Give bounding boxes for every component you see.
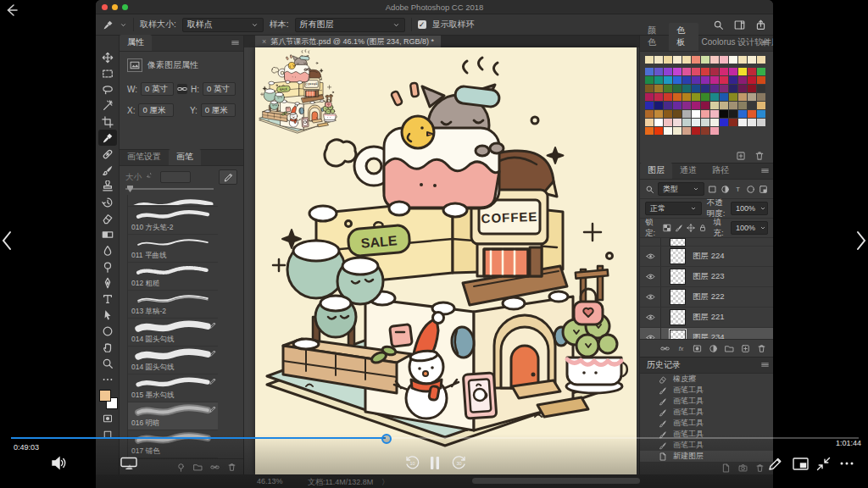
show-ring-checkbox[interactable]: ✓ xyxy=(418,20,426,29)
swatch[interactable] xyxy=(738,68,747,75)
forward-30-icon[interactable]: 30 xyxy=(451,455,467,471)
snapshot-camera-icon[interactable] xyxy=(738,463,748,473)
swatch[interactable] xyxy=(710,119,719,126)
x-field[interactable]: 0 厘米 xyxy=(138,103,173,117)
pen-pressure-icon[interactable] xyxy=(219,169,237,185)
new-group-icon[interactable] xyxy=(725,344,734,353)
filter-smart-icon[interactable] xyxy=(759,185,768,194)
move-tool[interactable] xyxy=(98,49,117,65)
swatch[interactable] xyxy=(720,93,728,101)
width-field[interactable]: 0 英寸 xyxy=(141,82,174,96)
marquee-tool[interactable] xyxy=(98,65,117,81)
swatch[interactable] xyxy=(729,68,737,75)
brush-item[interactable]: 017 铺色 xyxy=(128,430,218,458)
swatch[interactable] xyxy=(692,93,700,101)
panel-menu-icon[interactable] xyxy=(760,38,770,47)
swatch[interactable] xyxy=(701,110,709,118)
tab-brush-settings[interactable]: 画笔设置 xyxy=(120,149,169,165)
swatch[interactable] xyxy=(738,85,747,92)
swatch[interactable] xyxy=(729,85,737,92)
lasso-tool[interactable] xyxy=(98,81,117,97)
swatch[interactable] xyxy=(645,56,654,64)
swatch[interactable] xyxy=(673,85,682,92)
swatch[interactable] xyxy=(692,56,700,64)
back-arrow-icon[interactable] xyxy=(5,3,19,20)
swatch[interactable] xyxy=(738,119,747,126)
swatch[interactable] xyxy=(757,85,765,92)
swatch[interactable] xyxy=(673,68,682,75)
trash-icon[interactable] xyxy=(754,151,765,161)
swatch[interactable] xyxy=(692,68,700,75)
panel-menu-icon[interactable] xyxy=(760,166,770,175)
swatch[interactable] xyxy=(664,110,672,118)
workspace-icon[interactable] xyxy=(734,19,745,30)
delete-layer-icon[interactable] xyxy=(757,344,766,353)
swatch[interactable] xyxy=(701,85,709,92)
history-step[interactable]: 画笔工具 xyxy=(640,396,773,407)
swatch[interactable] xyxy=(729,56,737,64)
mini-player-icon[interactable] xyxy=(793,458,809,470)
swatch[interactable] xyxy=(757,93,765,101)
pen-tool[interactable] xyxy=(98,274,117,291)
previous-video-icon[interactable] xyxy=(1,230,13,254)
swatch[interactable] xyxy=(710,68,719,75)
eraser-tool[interactable] xyxy=(98,210,117,226)
tab-channels[interactable]: 通道 xyxy=(672,163,704,179)
visibility-eye-icon[interactable] xyxy=(640,328,661,339)
swatch[interactable] xyxy=(748,102,756,109)
tab-layers[interactable]: 图层 xyxy=(640,163,672,179)
eyedropper-tool[interactable] xyxy=(98,130,117,146)
zoom-level[interactable]: 46.13% xyxy=(257,477,283,485)
panel-menu-icon[interactable] xyxy=(231,38,240,47)
blend-mode-dropdown[interactable]: 正常 xyxy=(645,202,702,215)
blur-tool[interactable] xyxy=(98,242,117,258)
history-brush-tool[interactable] xyxy=(98,194,117,210)
y-field[interactable]: 0 厘米 xyxy=(201,103,236,117)
swatch[interactable] xyxy=(701,68,709,75)
swatch[interactable] xyxy=(710,56,719,64)
brush-size-field[interactable] xyxy=(160,171,191,183)
fill-dropdown[interactable]: 100% xyxy=(731,221,768,235)
swatch[interactable] xyxy=(673,56,682,64)
tab-swatches[interactable]: 色板 xyxy=(669,23,698,51)
progress-bar[interactable] xyxy=(11,437,859,439)
screen-mode-icon[interactable] xyxy=(98,426,117,442)
brush-item[interactable]: 015 墨水勾线 xyxy=(128,374,218,402)
panel-menu-icon[interactable] xyxy=(760,360,770,369)
swatch[interactable] xyxy=(673,110,682,118)
brush-item[interactable]: 016 明暗 xyxy=(128,402,218,430)
search-icon[interactable] xyxy=(713,19,724,30)
lock-pixels-icon[interactable] xyxy=(675,224,683,232)
path-select-tool[interactable] xyxy=(98,307,117,323)
brush-size-slider[interactable] xyxy=(120,185,243,193)
swatch[interactable] xyxy=(757,68,765,75)
swatch[interactable] xyxy=(729,110,737,118)
swatch[interactable] xyxy=(664,76,672,84)
swatch[interactable] xyxy=(720,85,728,92)
swatch[interactable] xyxy=(682,119,691,126)
document-tab[interactable]: × 第八节课示范.psd @ 46.1% (图层 234, RGB/8) * xyxy=(255,36,441,47)
swatch[interactable] xyxy=(654,85,663,92)
swatch[interactable] xyxy=(673,119,682,126)
swatch[interactable] xyxy=(664,102,672,109)
filter-pixel-icon[interactable] xyxy=(708,185,717,194)
filter-type-icon[interactable]: T xyxy=(733,185,743,194)
swatch[interactable] xyxy=(664,119,672,126)
lock-position-icon[interactable] xyxy=(687,224,695,232)
swatch[interactable] xyxy=(748,93,756,101)
swatch[interactable] xyxy=(654,119,663,126)
swatch[interactable] xyxy=(710,102,719,109)
folder-icon[interactable] xyxy=(193,463,203,472)
sample-dropdown[interactable]: 所有图层 xyxy=(295,18,405,32)
swatch[interactable] xyxy=(701,119,709,126)
close-tab-icon[interactable]: × xyxy=(262,37,266,46)
swatch[interactable] xyxy=(664,68,672,75)
zoom-tool[interactable] xyxy=(98,355,117,371)
swatch[interactable] xyxy=(645,102,654,109)
visibility-eye-icon[interactable] xyxy=(640,247,661,266)
swatch[interactable] xyxy=(664,127,672,135)
link-layers-icon[interactable] xyxy=(660,344,670,353)
swatch[interactable] xyxy=(729,102,737,109)
swatch[interactable] xyxy=(645,127,654,135)
clone-stamp-tool[interactable] xyxy=(98,178,117,194)
